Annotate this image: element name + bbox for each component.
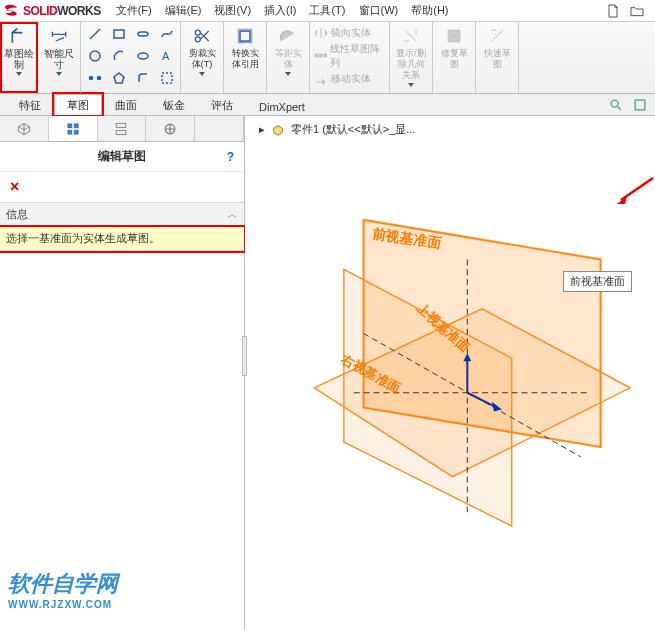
- svg-rect-16: [635, 100, 645, 110]
- arc-tool[interactable]: [108, 46, 130, 66]
- select-box-tool[interactable]: [156, 68, 178, 88]
- ellipse-tool[interactable]: [132, 46, 154, 66]
- slot-tool[interactable]: [132, 24, 154, 44]
- command-tabs: 特征 草图 曲面 钣金 评估 DimXpert: [0, 94, 655, 116]
- brand-text: SOLIDWORKS: [23, 4, 101, 18]
- svg-text:A: A: [162, 50, 170, 62]
- svg-point-5: [89, 77, 92, 80]
- convert-label: 转换实体引用: [228, 48, 262, 70]
- breadcrumb-arrow-icon[interactable]: ▸: [259, 123, 265, 136]
- display-relations-button[interactable]: 显示/删除几何关系: [394, 24, 428, 91]
- menu-tools[interactable]: 工具(T): [304, 1, 350, 20]
- svg-point-2: [90, 51, 100, 61]
- panel-grip[interactable]: [242, 336, 247, 376]
- svg-rect-19: [67, 129, 72, 134]
- panel-tab-extra[interactable]: [195, 116, 244, 141]
- plane-tooltip: 前视基准面: [563, 271, 632, 292]
- repair-sketch-button[interactable]: 修复草图: [437, 24, 471, 91]
- smart-dim-button[interactable]: 智能尺寸: [42, 24, 76, 91]
- svg-rect-20: [73, 129, 78, 134]
- app-logo: SOLIDWORKS: [2, 2, 101, 20]
- tab-surface[interactable]: 曲面: [102, 94, 150, 115]
- circle-tool[interactable]: [84, 46, 106, 66]
- menu-help[interactable]: 帮助(H): [406, 1, 453, 20]
- panel-title-bar: 编辑草图 ?: [0, 142, 244, 172]
- info-message: 选择一基准面为实体生成草图。: [0, 227, 244, 251]
- svg-rect-0: [114, 30, 124, 38]
- expand-icon[interactable]: [633, 98, 647, 112]
- menu-edit[interactable]: 编辑(E): [160, 1, 207, 20]
- svg-point-9: [195, 37, 200, 42]
- svg-point-6: [97, 77, 100, 80]
- menu-window[interactable]: 窗口(W): [354, 1, 404, 20]
- ribbon-toolbar: 草图绘制 智能尺寸 A 剪裁实体(T): [0, 22, 655, 94]
- reference-planes: 前视基准面 上视基准面 右视基准面: [255, 156, 650, 590]
- tab-features[interactable]: 特征: [6, 94, 54, 115]
- chevron-down-icon: [408, 83, 414, 87]
- search-icon[interactable]: [609, 98, 623, 112]
- panel-tab-config[interactable]: [98, 116, 147, 141]
- menu-file[interactable]: 文件(F): [111, 1, 157, 20]
- menu-view[interactable]: 视图(V): [209, 1, 256, 20]
- tab-sheetmetal[interactable]: 钣金: [150, 94, 198, 115]
- menu-insert[interactable]: 插入(I): [259, 1, 301, 20]
- panel-tab-dim[interactable]: [146, 116, 195, 141]
- tab-sketch[interactable]: 草图: [54, 94, 102, 115]
- tab-evaluate[interactable]: 评估: [198, 94, 246, 115]
- info-label: 信息: [6, 207, 28, 222]
- solidworks-icon: [2, 2, 20, 20]
- collapse-icon: ︿: [227, 207, 238, 222]
- move-button[interactable]: 移动实体: [314, 72, 371, 86]
- chevron-down-icon: [56, 72, 62, 76]
- panel-help-icon[interactable]: ?: [227, 150, 234, 164]
- point-tool[interactable]: [84, 68, 106, 88]
- sketch-create-group: 草图绘制: [0, 22, 38, 93]
- text-tool[interactable]: A: [156, 46, 178, 66]
- sketch-label: 草图绘制: [2, 48, 36, 70]
- rect-tool[interactable]: [108, 24, 130, 44]
- trim-button[interactable]: 剪裁实体(T): [185, 24, 219, 91]
- sketch-tools-grid: A: [84, 24, 178, 88]
- sketch-button[interactable]: 草图绘制: [2, 24, 36, 91]
- quick-sketch-button[interactable]: 快速草图: [480, 24, 514, 91]
- spline-tool[interactable]: [156, 24, 178, 44]
- panel-close-button[interactable]: ×: [0, 172, 244, 202]
- smart-dim-label: 智能尺寸: [42, 48, 76, 70]
- svg-rect-13: [324, 54, 327, 57]
- graphics-viewport[interactable]: ▸ 零件1 (默认<<默认>_显...: [245, 116, 655, 630]
- info-header[interactable]: 信息 ︿: [0, 202, 244, 227]
- convert-button[interactable]: 转换实体引用: [228, 24, 262, 91]
- fillet-tool[interactable]: [132, 68, 154, 88]
- part-icon: [271, 123, 285, 137]
- offset-button[interactable]: 等距实体: [271, 24, 305, 91]
- tab-dimxpert[interactable]: DimXpert: [246, 97, 318, 115]
- menu-list: 文件(F) 编辑(E) 视图(V) 插入(I) 工具(T) 窗口(W) 帮助(H…: [111, 1, 454, 20]
- line-tool[interactable]: [84, 24, 106, 44]
- svg-point-15: [611, 100, 618, 107]
- svg-rect-17: [67, 123, 72, 128]
- svg-rect-18: [73, 123, 78, 128]
- pattern-button[interactable]: 线性草图阵列: [314, 42, 385, 70]
- svg-marker-7: [114, 73, 124, 83]
- chevron-down-icon: [16, 72, 22, 76]
- svg-rect-21: [117, 123, 127, 127]
- panel-tab-property[interactable]: [49, 116, 98, 141]
- mirror-button[interactable]: 镜向实体: [314, 26, 371, 40]
- new-doc-icon[interactable]: [605, 3, 621, 19]
- breadcrumb: ▸ 零件1 (默认<<默认>_显...: [259, 122, 415, 137]
- svg-point-3: [138, 53, 148, 59]
- svg-marker-27: [364, 220, 601, 447]
- svg-rect-1: [138, 32, 148, 36]
- property-panel: 编辑草图 ? × 信息 ︿ 选择一基准面为实体生成草图。 软件自学网 WWW.R…: [0, 116, 245, 630]
- svg-rect-11: [315, 54, 318, 57]
- offset-label: 等距实体: [271, 48, 305, 70]
- breadcrumb-part[interactable]: 零件1 (默认<<默认>_显...: [291, 122, 415, 137]
- svg-rect-8: [162, 73, 172, 83]
- open-icon[interactable]: [629, 3, 645, 19]
- trim-label: 剪裁实体(T): [185, 48, 219, 70]
- panel-tab-feature[interactable]: [0, 116, 49, 141]
- polygon-tool[interactable]: [108, 68, 130, 88]
- chevron-down-icon: [199, 72, 205, 76]
- svg-point-10: [195, 30, 200, 35]
- svg-rect-22: [117, 130, 127, 134]
